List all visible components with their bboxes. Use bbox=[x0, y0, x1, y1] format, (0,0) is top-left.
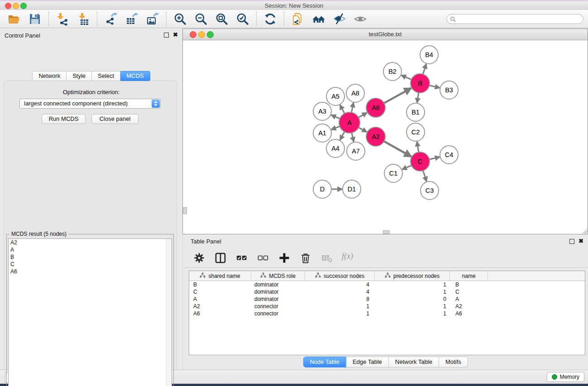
tab-edge-table[interactable]: Edge Table bbox=[346, 357, 389, 367]
graph-node-C1[interactable]: C1 bbox=[384, 164, 402, 182]
cell[interactable]: B bbox=[450, 281, 488, 288]
cell[interactable]: 1 bbox=[305, 310, 375, 317]
tab-motifs[interactable]: Motifs bbox=[439, 357, 468, 367]
edge-A-A8[interactable] bbox=[351, 103, 354, 113]
memory-button[interactable]: Memory bbox=[547, 372, 584, 382]
import-network-icon[interactable] bbox=[56, 12, 69, 26]
column-header-MCDS-role[interactable]: MCDS role bbox=[251, 271, 305, 281]
cell[interactable]: 4 bbox=[305, 281, 375, 288]
graph-node-B4[interactable]: B4 bbox=[420, 46, 438, 64]
graph-node-D[interactable]: D bbox=[313, 180, 331, 198]
edge-B-B4[interactable] bbox=[423, 64, 426, 75]
cell[interactable]: 0 bbox=[375, 296, 450, 302]
search-box[interactable] bbox=[446, 14, 583, 24]
select-all-checkboxes-icon[interactable] bbox=[235, 252, 248, 264]
run-mcds-button[interactable]: Run MCDS bbox=[42, 114, 86, 124]
graph-node-B1[interactable]: B1 bbox=[406, 103, 425, 121]
mcds-result-list[interactable]: A2ABCA6 bbox=[8, 238, 172, 386]
edge-A-A7[interactable] bbox=[352, 132, 354, 142]
edge-A-A3[interactable] bbox=[331, 115, 340, 119]
delete-column-icon[interactable] bbox=[299, 252, 312, 264]
graph-node-A[interactable]: A bbox=[339, 112, 360, 133]
cell[interactable]: A6 bbox=[450, 310, 488, 317]
graph-node-C3[interactable]: C3 bbox=[421, 181, 439, 200]
graph-node-B2[interactable]: B2 bbox=[383, 62, 402, 81]
tab-style[interactable]: Style bbox=[67, 71, 92, 81]
graph-node-D1[interactable]: D1 bbox=[343, 180, 361, 198]
cell[interactable]: 1 bbox=[375, 310, 450, 317]
table-row[interactable]: Adominator80A bbox=[189, 295, 585, 303]
table-row[interactable]: A6connector11A6 bbox=[189, 310, 585, 317]
tab-node-table[interactable]: Node Table bbox=[303, 357, 346, 367]
cell[interactable]: A bbox=[450, 296, 488, 302]
criterion-dropdown[interactable]: largest connected component (directed) bbox=[19, 99, 161, 109]
edge-A2-C[interactable] bbox=[383, 141, 411, 157]
toggle-panel-icon[interactable] bbox=[333, 12, 346, 26]
tab-network[interactable]: Network bbox=[32, 71, 67, 81]
save-session-icon[interactable] bbox=[28, 12, 42, 26]
cell[interactable]: connector bbox=[251, 310, 305, 317]
cell[interactable]: 1 bbox=[305, 303, 375, 310]
edge-B-B3[interactable] bbox=[429, 86, 440, 88]
edge-C-C1[interactable] bbox=[402, 165, 411, 169]
cell[interactable]: 4 bbox=[305, 289, 375, 295]
mcds-result-item[interactable]: C bbox=[9, 261, 172, 268]
cell[interactable]: A bbox=[189, 296, 251, 302]
cell[interactable]: C bbox=[189, 289, 251, 295]
cell[interactable]: A6 bbox=[189, 310, 251, 317]
graph-node-C2[interactable]: C2 bbox=[406, 123, 425, 141]
graph-node-A2[interactable]: A2 bbox=[366, 127, 385, 146]
table-row[interactable]: Bdominator41B bbox=[189, 281, 585, 288]
edge-A-A6[interactable] bbox=[358, 113, 367, 118]
graph-node-C[interactable]: C bbox=[411, 152, 430, 171]
zoom-in-icon[interactable] bbox=[173, 12, 187, 26]
float-panel-icon[interactable] bbox=[164, 33, 169, 38]
cell[interactable]: dominator bbox=[251, 289, 305, 295]
close-panel-button[interactable]: Close panel bbox=[91, 114, 139, 124]
zoom-out-icon[interactable] bbox=[194, 12, 208, 26]
edge-C-C2[interactable] bbox=[417, 142, 419, 152]
add-column-icon[interactable] bbox=[278, 252, 291, 264]
mcds-result-item[interactable]: A bbox=[9, 246, 172, 253]
cell[interactable]: dominator bbox=[251, 296, 305, 302]
tab-mcds[interactable]: MCDS bbox=[120, 71, 150, 81]
edge-B-B1[interactable] bbox=[417, 92, 419, 103]
table-row[interactable]: Cdominator41C bbox=[189, 288, 585, 295]
column-header-predecessor-nodes[interactable]: predecessor nodes bbox=[375, 271, 450, 281]
edge-C-C3[interactable] bbox=[423, 170, 426, 181]
open-folder-icon[interactable] bbox=[7, 12, 21, 26]
table-row[interactable]: A2connector11A2 bbox=[189, 303, 585, 310]
graph-node-B[interactable]: B bbox=[411, 74, 430, 93]
edge-A6-B[interactable] bbox=[384, 88, 411, 104]
edge-A-A1[interactable] bbox=[331, 126, 340, 130]
cell[interactable]: C bbox=[450, 289, 488, 295]
deselect-all-checkboxes-icon[interactable] bbox=[257, 252, 269, 264]
edge-B-B2[interactable] bbox=[401, 75, 411, 80]
graph-node-B3[interactable]: B3 bbox=[440, 81, 458, 99]
network-canvas[interactable]: B4B2BB3A5A8A6A3B1AA1A2C2A4A7CC4C1C3DD1 bbox=[183, 40, 588, 234]
network-window-titlebar[interactable]: testGlobe.txt bbox=[183, 29, 588, 40]
settings-gear-icon[interactable] bbox=[193, 252, 206, 264]
graph-node-A5[interactable]: A5 bbox=[326, 87, 344, 105]
cell[interactable]: 8 bbox=[305, 296, 375, 302]
home-view-icon[interactable] bbox=[312, 12, 325, 26]
table-close-panel-icon[interactable]: ✖ bbox=[578, 238, 583, 244]
refresh-icon[interactable] bbox=[263, 12, 277, 26]
mcds-result-item[interactable]: A6 bbox=[9, 268, 172, 275]
column-header-shared-name[interactable]: shared name bbox=[189, 271, 251, 281]
search-input[interactable] bbox=[458, 15, 583, 23]
cell[interactable]: dominator bbox=[251, 281, 305, 288]
split-columns-icon[interactable] bbox=[214, 252, 227, 264]
table-float-panel-icon[interactable] bbox=[569, 239, 574, 244]
edge-C-C4[interactable] bbox=[429, 157, 440, 160]
export-table-icon[interactable] bbox=[125, 12, 139, 26]
graph-node-A7[interactable]: A7 bbox=[347, 142, 365, 160]
graph-node-A1[interactable]: A1 bbox=[313, 124, 331, 142]
mcds-list-scrollbar[interactable] bbox=[166, 239, 172, 386]
graph-node-C4[interactable]: C4 bbox=[440, 146, 458, 164]
cell[interactable]: connector bbox=[251, 303, 305, 310]
column-header-successor-nodes[interactable]: successor nodes bbox=[305, 271, 375, 281]
edge-A-A2[interactable] bbox=[358, 127, 367, 132]
edge-A-A4[interactable] bbox=[340, 131, 344, 140]
graph-node-A4[interactable]: A4 bbox=[326, 139, 344, 157]
